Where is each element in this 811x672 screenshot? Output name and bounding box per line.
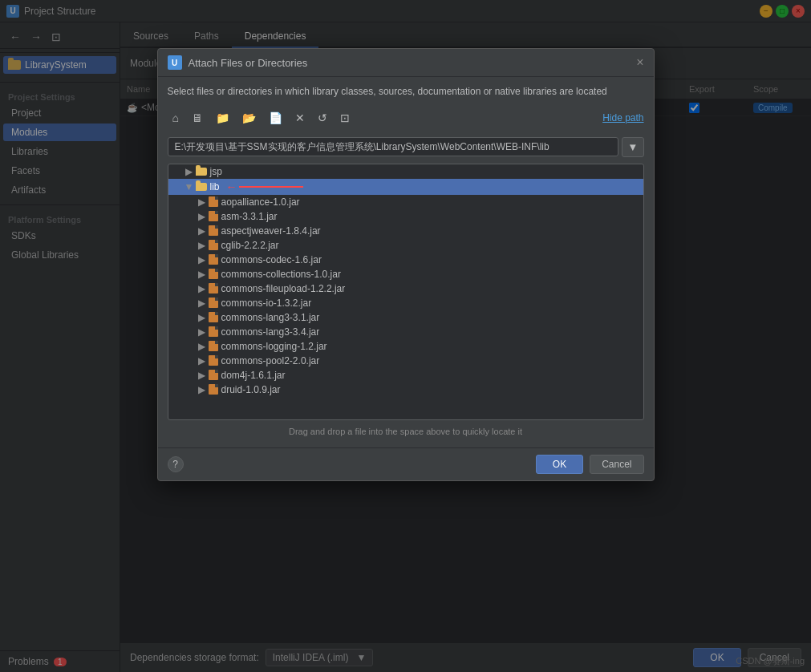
jar-icon-asm [209,211,218,221]
delete-file-button[interactable]: ✕ [290,108,310,128]
path-dropdown-button[interactable]: ▼ [622,137,643,157]
jar-icon-commons-fileupload [209,283,218,293]
new-folder2-button[interactable]: 📂 [237,108,261,128]
expand-icon-jsp: ▶ [185,166,194,177]
copy-path-button[interactable]: ⊡ [335,108,355,128]
tree-label-druid: druid-1.0.9.jar [221,384,281,395]
jar-icon-aopalliance [209,196,218,207]
home-button[interactable]: ⌂ [168,108,184,128]
tree-item-dom4j[interactable]: ▶ dom4j-1.6.1.jar [168,368,643,383]
annotation-arrow: ← [226,180,237,193]
jar-icon-commons-logging [209,341,218,351]
expand-icon-commons-lang3-1: ▶ [197,312,207,323]
expand-icon-commons-logging: ▶ [197,341,207,352]
tree-label-aspectjweaver: aspectjweaver-1.8.4.jar [221,225,321,237]
jar-icon-druid [209,384,218,395]
tree-label-commons-io: commons-io-1.3.2.jar [221,298,312,309]
annotation-line [239,186,303,188]
modal-footer: ? OK Cancel [158,447,654,480]
expand-icon-druid: ▶ [197,384,207,395]
modal-description: Select files or directories in which lib… [168,85,644,99]
path-input[interactable] [168,137,619,156]
tree-label-jsp: jsp [210,166,222,177]
expand-icon-lib: ▼ [185,181,194,192]
file-tree[interactable]: ▶ jsp ▼ lib ← ▶ aopa [168,164,644,420]
hide-path-button[interactable]: Hide path [602,112,643,123]
tree-item-commons-codec[interactable]: ▶ commons-codec-1.6.jar [168,253,643,267]
tree-label-commons-lang3-1: commons-lang3-3.1.jar [221,312,320,323]
tree-item-lib[interactable]: ▼ lib ← [168,179,643,195]
new-file-button[interactable]: 📄 [264,108,287,128]
expand-icon-commons-pool2: ▶ [197,355,207,366]
jar-icon-dom4j [209,370,218,380]
tree-item-commons-lang3-1[interactable]: ▶ commons-lang3-3.1.jar [168,310,643,325]
file-toolbar: ⌂ 🖥 📁 📂 📄 ✕ ↺ ⊡ Hide path [168,105,644,131]
modal-overlay: U Attach Files or Directories × Select f… [0,0,811,672]
tree-item-commons-io[interactable]: ▶ commons-io-1.3.2.jar [168,296,643,310]
jar-icon-commons-collections [209,269,218,279]
expand-icon-commons-fileupload: ▶ [197,283,207,294]
modal-ok-button[interactable]: OK [536,455,583,474]
expand-icon-asm: ▶ [197,211,207,222]
tree-item-commons-pool2[interactable]: ▶ commons-pool2-2.0.jar [168,354,643,368]
tree-item-cglib[interactable]: ▶ cglib-2.2.2.jar [168,238,643,253]
expand-icon-cglib: ▶ [197,240,207,251]
jar-icon-commons-codec [209,254,218,265]
tree-item-commons-collections[interactable]: ▶ commons-collections-1.0.jar [168,267,643,281]
jar-icon-commons-io [209,298,218,308]
tree-label-cglib: cglib-2.2.2.jar [221,240,279,251]
tree-item-jsp[interactable]: ▶ jsp [168,164,643,179]
jar-icon-commons-lang3-2 [209,326,218,337]
attach-files-modal: U Attach Files or Directories × Select f… [157,48,655,481]
new-folder-button[interactable]: 📁 [211,108,234,128]
tree-item-druid[interactable]: ▶ druid-1.0.9.jar [168,383,643,397]
tree-label-commons-logging: commons-logging-1.2.jar [221,341,327,352]
tree-label-asm: asm-3.3.1.jar [221,211,278,222]
expand-icon-commons-collections: ▶ [197,269,207,280]
modal-title: Attach Files or Directories [189,57,631,69]
modal-titlebar: U Attach Files or Directories × [158,49,654,77]
refresh-button[interactable]: ↺ [313,108,332,128]
modal-body: Select files or directories in which lib… [158,77,654,447]
tree-item-commons-lang3-2[interactable]: ▶ commons-lang3-3.4.jar [168,325,643,339]
tree-label-commons-codec: commons-codec-1.6.jar [221,254,322,265]
jar-icon-aspectjweaver [209,225,218,236]
tree-item-aspectjweaver[interactable]: ▶ aspectjweaver-1.8.4.jar [168,224,643,238]
tree-label-commons-fileupload: commons-fileupload-1.2.2.jar [221,283,346,294]
jar-icon-commons-pool2 [209,355,218,366]
expand-icon-dom4j: ▶ [197,370,207,381]
path-input-row: ▼ [168,137,644,157]
modal-icon: U [168,55,182,70]
tree-item-aopalliance[interactable]: ▶ aopalliance-1.0.jar [168,195,643,209]
folder-icon-lib [196,183,207,191]
modal-cancel-button[interactable]: Cancel [590,455,643,474]
expand-icon-commons-io: ▶ [197,298,207,309]
modal-close-button[interactable]: × [636,56,643,69]
tree-item-asm[interactable]: ▶ asm-3.3.1.jar [168,209,643,224]
tree-label-commons-collections: commons-collections-1.0.jar [221,269,341,280]
help-button[interactable]: ? [168,456,184,472]
tree-label-dom4j: dom4j-1.6.1.jar [221,370,286,381]
expand-icon-commons-codec: ▶ [197,254,207,265]
tree-label-commons-lang3-2: commons-lang3-3.4.jar [221,326,320,338]
jar-icon-cglib [209,240,218,250]
jar-icon-commons-lang3-1 [209,312,218,322]
desktop-button[interactable]: 🖥 [187,108,208,128]
tree-item-commons-fileupload[interactable]: ▶ commons-fileupload-1.2.2.jar [168,281,643,296]
drag-hint: Drag and drop a file into the space abov… [168,423,644,439]
tree-label-aopalliance: aopalliance-1.0.jar [221,196,300,208]
expand-icon-aopalliance: ▶ [197,196,207,208]
folder-icon-jsp [196,168,207,176]
expand-icon-aspectjweaver: ▶ [197,225,207,237]
tree-label-lib: lib [210,181,220,192]
tree-label-commons-pool2: commons-pool2-2.0.jar [221,355,320,366]
expand-icon-commons-lang3-2: ▶ [197,326,207,338]
tree-item-commons-logging[interactable]: ▶ commons-logging-1.2.jar [168,339,643,354]
